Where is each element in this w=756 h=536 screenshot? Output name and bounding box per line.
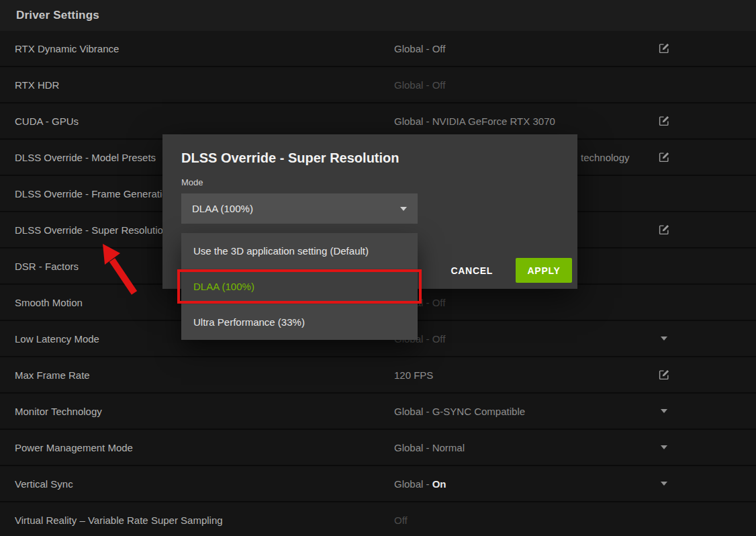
settings-row[interactable]: RTX Dynamic VibranceGlobal - Off bbox=[0, 31, 756, 67]
edit-icon[interactable] bbox=[657, 151, 671, 163]
chevron-down-icon[interactable] bbox=[657, 445, 671, 449]
setting-label: DSR - Factors bbox=[15, 261, 79, 272]
driver-settings-page: Driver Settings RTX Dynamic VibranceGlob… bbox=[0, 0, 756, 536]
edit-icon[interactable] bbox=[657, 115, 671, 127]
mode-dropdown-value: DLAA (100%) bbox=[192, 203, 400, 214]
setting-label: Smooth Motion bbox=[15, 297, 83, 308]
dropdown-option[interactable]: Use the 3D application setting (Default) bbox=[181, 233, 418, 269]
dropdown-option[interactable]: Ultra Performance (33%) bbox=[181, 304, 418, 340]
mode-dropdown[interactable]: DLAA (100%) bbox=[181, 193, 418, 224]
settings-row[interactable]: Power Management ModeGlobal - Normal bbox=[0, 430, 756, 466]
settings-row[interactable]: Monitor TechnologyGlobal - G-SYNC Compat… bbox=[0, 394, 756, 430]
settings-row[interactable]: Vertical SyncGlobal - On bbox=[0, 466, 756, 502]
setting-label: DLSS Override - Super Resolution bbox=[15, 224, 169, 236]
setting-label: Max Frame Rate bbox=[15, 369, 90, 381]
setting-label: CUDA - GPUs bbox=[15, 116, 79, 127]
setting-label: DLSS Override - Model Presets bbox=[15, 152, 156, 163]
setting-label: Monitor Technology bbox=[15, 406, 102, 417]
edit-icon[interactable] bbox=[657, 224, 671, 236]
chevron-down-icon[interactable] bbox=[657, 337, 671, 341]
setting-value: Global - Off bbox=[394, 43, 445, 54]
edit-icon[interactable] bbox=[657, 369, 671, 381]
setting-value: Global - On bbox=[394, 478, 446, 490]
cancel-button[interactable]: CANCEL bbox=[446, 265, 497, 277]
page-title: Driver Settings bbox=[16, 9, 99, 22]
setting-label: DLSS Override - Frame Generation bbox=[15, 188, 173, 199]
mode-label: Mode bbox=[181, 177, 203, 187]
setting-label: RTX Dynamic Vibrance bbox=[15, 43, 119, 54]
apply-button[interactable]: APPLY bbox=[516, 258, 572, 283]
settings-row[interactable]: Max Frame Rate120 FPS bbox=[0, 357, 756, 394]
setting-value: 120 FPS bbox=[394, 369, 433, 381]
setting-value: Global - Normal bbox=[394, 442, 465, 453]
setting-label: Low Latency Mode bbox=[15, 333, 99, 345]
dropdown-option[interactable]: DLAA (100%) bbox=[181, 269, 418, 304]
setting-label: Vertical Sync bbox=[15, 478, 73, 490]
setting-value: Global - Off bbox=[394, 79, 445, 91]
setting-value: technology bbox=[581, 152, 630, 163]
edit-icon[interactable] bbox=[657, 42, 671, 54]
setting-label: RTX HDR bbox=[15, 79, 59, 91]
setting-value: Global - G-SYNC Compatible bbox=[394, 406, 525, 417]
settings-row[interactable]: Virtual Reality – Variable Rate Super Sa… bbox=[0, 502, 756, 536]
setting-label: Power Management Mode bbox=[15, 442, 133, 453]
modal-actions: CANCEL APPLY bbox=[446, 258, 572, 283]
modal-title: DLSS Override - Super Resolution bbox=[181, 150, 399, 166]
chevron-down-icon[interactable] bbox=[657, 409, 671, 413]
setting-value: Global - NVIDIA GeForce RTX 3070 bbox=[394, 116, 555, 127]
chevron-down-icon[interactable] bbox=[657, 482, 671, 486]
setting-label: Virtual Reality – Variable Rate Super Sa… bbox=[15, 515, 223, 526]
setting-value: Off bbox=[394, 515, 408, 526]
page-header: Driver Settings bbox=[0, 0, 756, 31]
chevron-down-icon bbox=[400, 207, 407, 211]
dropdown-popup: Use the 3D application setting (Default)… bbox=[181, 233, 418, 340]
settings-row[interactable]: RTX HDRGlobal - Off bbox=[0, 67, 756, 103]
